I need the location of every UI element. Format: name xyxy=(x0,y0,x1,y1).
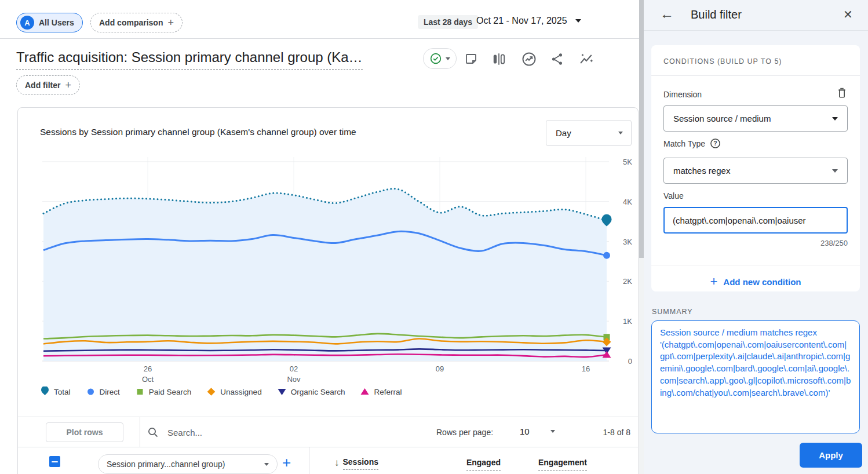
add-comparison-label: Add comparison xyxy=(99,18,163,27)
insights-button[interactable] xyxy=(520,50,538,68)
back-button[interactable]: ← xyxy=(660,6,674,22)
date-range-selector[interactable]: Oct 21 - Nov 17, 2025 xyxy=(476,16,581,26)
search-icon xyxy=(147,426,159,439)
legend-item-referral: Referral xyxy=(360,387,402,397)
filter-value-input[interactable]: (chatgpt\.com|openai\.com|oaiuser xyxy=(663,207,848,234)
dimension-label: Dimension xyxy=(663,90,702,99)
rows-per-page-label: Rows per page: xyxy=(436,428,493,437)
apply-label: Apply xyxy=(819,450,843,460)
column-header-engagement-rate[interactable]: Engagement rate xyxy=(516,457,587,474)
svg-text:Nov: Nov xyxy=(287,375,301,383)
conditions-card: CONDITIONS (BUILD UP TO 5) Dimension Ses… xyxy=(651,45,860,291)
report-card: Sessions by Session primary channel grou… xyxy=(17,107,639,474)
apply-button[interactable]: Apply xyxy=(800,443,862,468)
match-type-label: Match Type xyxy=(663,139,705,148)
svg-text:3K: 3K xyxy=(623,238,632,246)
main-scrollbar-track[interactable] xyxy=(639,0,644,474)
column-header-engaged-sessions[interactable]: Engaged sessions xyxy=(446,457,501,474)
share-button[interactable] xyxy=(549,51,566,67)
select-all-checkbox[interactable] xyxy=(49,456,60,467)
match-type-row: Match Type ? xyxy=(663,138,721,149)
match-type-select[interactable]: matches regex xyxy=(663,158,848,184)
svg-text:?: ? xyxy=(713,140,717,147)
report-title[interactable]: Traffic acquisition: Session primary cha… xyxy=(16,49,363,70)
sparkline-icon xyxy=(578,51,595,67)
main-scrollbar-thumb[interactable] xyxy=(639,0,644,258)
data-quality-pill[interactable] xyxy=(423,48,457,69)
legend-item-paid-search: Paid Search xyxy=(135,387,192,397)
audience-avatar: A xyxy=(20,16,34,30)
toolbar-separator xyxy=(140,417,140,447)
add-filter-chip[interactable]: Add filter + xyxy=(16,75,80,95)
edit-comparisons-button[interactable] xyxy=(491,51,507,67)
help-icon[interactable]: ? xyxy=(710,138,721,149)
conditions-header: CONDITIONS (BUILD UP TO 5) xyxy=(663,57,782,65)
main-content: A All Users Add comparison + Last 28 day… xyxy=(0,0,639,474)
column-header-sessions[interactable]: ↓ Sessions xyxy=(334,457,378,470)
audience-chip-label: All Users xyxy=(39,18,74,27)
match-type-select-value: matches regex xyxy=(673,166,730,176)
table-search[interactable]: Search... xyxy=(147,426,202,439)
plus-icon: + xyxy=(710,274,717,289)
add-new-condition-button[interactable]: + Add new condition xyxy=(651,272,860,291)
chart-legend: TotalDirectPaid SearchUnassignedOrganic … xyxy=(40,387,402,397)
pin-marker-icon xyxy=(40,387,50,397)
comparison-icon xyxy=(491,52,506,67)
triangle-down-marker-icon xyxy=(277,387,287,397)
legend-label: Unassigned xyxy=(220,388,261,396)
trash-icon xyxy=(836,86,848,99)
dimension-select[interactable]: Session source / medium xyxy=(663,105,848,132)
legend-label: Direct xyxy=(100,388,120,396)
svg-text:16: 16 xyxy=(582,364,590,373)
square-marker-icon xyxy=(135,387,145,397)
rows-per-page-select[interactable]: 10 xyxy=(520,426,555,436)
dimension-selector-value: Session primary...channel group) xyxy=(107,460,225,469)
svg-text:1K: 1K xyxy=(623,317,632,326)
add-condition-divider xyxy=(651,265,860,265)
interval-value: Day xyxy=(556,128,571,138)
char-counter: 238/250 xyxy=(820,239,848,247)
caret-down-icon xyxy=(832,169,838,173)
close-button[interactable]: ✕ xyxy=(843,8,853,21)
indeterminate-mark xyxy=(52,461,58,462)
note-icon xyxy=(464,52,478,66)
caret-down-icon xyxy=(618,132,623,134)
plot-rows-label: Plot rows xyxy=(66,428,103,437)
table-header-divider xyxy=(18,447,638,447)
share-icon xyxy=(550,52,565,67)
svg-text:Oct: Oct xyxy=(142,375,154,383)
svg-text:2K: 2K xyxy=(623,277,632,286)
date-range-text: Oct 21 - Nov 17, 2025 xyxy=(476,16,567,26)
check-circle-icon xyxy=(429,52,442,65)
add-dimension-button[interactable]: + xyxy=(282,454,291,472)
explore-button[interactable] xyxy=(577,50,596,68)
add-note-button[interactable] xyxy=(464,52,479,67)
caret-down-icon xyxy=(446,57,450,60)
legend-label: Paid Search xyxy=(149,388,192,396)
plus-icon: + xyxy=(65,79,71,92)
svg-text:4K: 4K xyxy=(623,198,632,206)
summary-label: SUMMARY xyxy=(652,308,693,316)
conditions-divider xyxy=(651,75,860,76)
add-comparison-chip[interactable]: Add comparison + xyxy=(90,13,183,32)
filter-value-text: (chatgpt\.com|openai\.com|oaiuser xyxy=(673,216,806,225)
sessions-time-chart: 01K2K3K4K5K26Oct02Nov0916 xyxy=(18,151,639,383)
diamond-marker-icon xyxy=(206,387,216,397)
svg-text:02: 02 xyxy=(290,364,298,373)
interval-select[interactable]: Day xyxy=(546,120,632,146)
panel-header-divider xyxy=(644,30,868,31)
delete-condition-button[interactable] xyxy=(835,86,849,100)
table-column-separator xyxy=(309,447,309,474)
caret-down-icon xyxy=(832,117,838,121)
column-label: Engagement xyxy=(538,458,587,471)
legend-item-direct: Direct xyxy=(86,387,120,397)
svg-text:26: 26 xyxy=(144,364,152,373)
plot-rows-button[interactable]: Plot rows xyxy=(46,422,123,442)
caret-down-icon xyxy=(264,463,269,466)
sort-descending-icon: ↓ xyxy=(334,457,340,469)
pagination-status: 1-8 of 8 xyxy=(603,428,630,437)
chart-title: Sessions by Session primary channel grou… xyxy=(40,127,356,137)
panel-title: Build filter xyxy=(691,8,742,21)
dimension-selector[interactable]: Session primary...channel group) xyxy=(98,454,278,474)
audience-chip-all-users[interactable]: A All Users xyxy=(16,13,83,32)
